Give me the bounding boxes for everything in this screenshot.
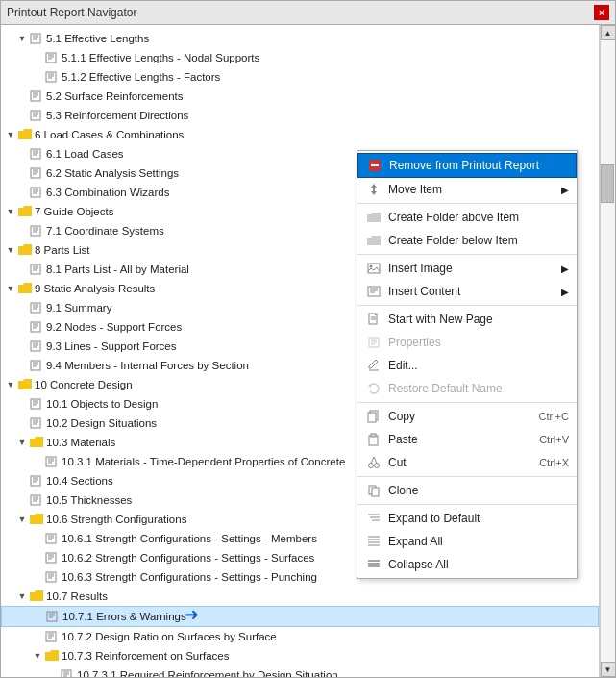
tree-item-label: 10.7.3 Reinforcement on Surfaces	[62, 647, 230, 665]
main-window: Printout Report Navigator × ▼ 5.1 Effect…	[0, 0, 616, 678]
tree-item[interactable]: 10.7.3.1 Required Reinforcement by Desig…	[1, 665, 599, 677]
tree-item-label: 9.4 Members - Internal Forces by Section	[46, 357, 249, 374]
submenu-arrow: ▶	[561, 264, 569, 274]
folder-icon	[18, 379, 32, 390]
tree-item-label: 10.6.3 Strength Configurations - Setting…	[62, 568, 317, 586]
spacer-icon	[16, 187, 28, 198]
selected-tree-item[interactable]: 10.7.1 Errors & Warnings ➜	[1, 606, 599, 627]
doc-icon	[30, 264, 43, 275]
ctx-clone-label: Clone	[388, 484, 418, 497]
spacer-icon	[16, 475, 28, 487]
ctx-new-page-label: Start with New Page	[388, 313, 493, 326]
spacer-icon	[32, 571, 43, 583]
tree-item[interactable]: 5.1.1 Effective Lengths - Nodal Supports	[1, 48, 599, 67]
spacer-icon	[32, 552, 43, 564]
spacer-icon	[32, 631, 43, 642]
tree-item-label: 10 Concrete Design	[35, 376, 133, 393]
svg-point-142	[369, 464, 374, 468]
spacer-icon	[16, 264, 28, 275]
spacer-icon	[47, 669, 59, 677]
spacer-icon	[16, 398, 28, 410]
ctx-folder-below-item[interactable]: Create Folder below Item	[357, 229, 577, 252]
ctx-expand-default-item[interactable]: Expand to Default	[357, 507, 577, 530]
expand-all-icon	[365, 534, 382, 549]
folder-icon	[30, 437, 43, 448]
tree-item[interactable]: ▼ 6 Load Cases & Combinations	[1, 125, 599, 144]
scrollbar[interactable]: ▲ ▼	[600, 25, 615, 677]
ctx-cut-item[interactable]: Cut Ctrl+X	[357, 451, 577, 474]
svg-rect-82	[30, 516, 43, 524]
svg-rect-69	[30, 439, 43, 447]
ctx-folder-above-item[interactable]: Create Folder above Item	[357, 206, 577, 229]
ctx-paste-item[interactable]: Paste Ctrl+V	[357, 428, 577, 451]
ctx-separator	[357, 504, 577, 505]
ctx-collapse-all-item[interactable]: Collapse All	[357, 553, 577, 576]
scroll-thumb[interactable]	[601, 164, 614, 203]
title-bar: Printout Report Navigator ×	[1, 1, 615, 25]
ctx-copy-item[interactable]: Copy Ctrl+C	[357, 405, 577, 428]
scroll-up-button[interactable]: ▲	[601, 25, 616, 40]
doc-icon	[45, 631, 59, 642]
ctx-properties-item[interactable]: Properties	[357, 331, 577, 354]
folder-below-icon	[365, 233, 382, 248]
tree-item-label: 7 Guide Objects	[35, 203, 113, 220]
scroll-down-button[interactable]: ▼	[601, 662, 616, 677]
tree-item[interactable]: 5.3 Reinforcement Directions	[1, 106, 599, 125]
tree-item[interactable]: 5.1.2 Effective Lengths - Factors	[1, 67, 599, 87]
ctx-expand-all-label: Expand All	[388, 535, 443, 548]
expand-default-icon	[365, 511, 382, 526]
folder-icon	[18, 206, 32, 217]
ctx-separator	[357, 402, 577, 403]
tree-item-label: 9 Static Analysis Results	[35, 280, 155, 297]
folder-icon	[18, 129, 32, 140]
ctx-cut-label: Cut	[388, 456, 407, 469]
svg-rect-60	[18, 382, 32, 389]
ctx-paste-label: Paste	[388, 433, 418, 446]
close-button[interactable]: ×	[594, 5, 609, 20]
ctx-collapse-all-label: Collapse All	[388, 558, 449, 571]
doc-icon	[30, 167, 43, 179]
ctx-insert-content-item[interactable]: Insert Content ▶	[357, 280, 577, 303]
expand-icon: ▼	[5, 129, 16, 140]
doc-icon	[30, 321, 43, 333]
spacer-icon	[16, 340, 28, 352]
doc-icon	[30, 360, 43, 371]
doc-icon	[45, 52, 59, 63]
tree-item[interactable]: 10.7.2 Design Ratio on Surfaces by Surfa…	[1, 627, 599, 646]
properties-icon	[365, 335, 382, 350]
ctx-insert-image-item[interactable]: Insert Image ▶	[357, 257, 577, 280]
copy-icon	[365, 409, 382, 424]
expand-icon: ▼	[16, 514, 28, 525]
spacer-icon	[32, 533, 43, 544]
ctx-clone-item[interactable]: Clone	[357, 479, 577, 502]
ctx-expand-all-item[interactable]: Expand All	[357, 530, 577, 553]
collapse-all-icon	[365, 557, 382, 572]
tree-item[interactable]: ▼ 10.7 Results	[1, 587, 599, 606]
ctx-restore-item[interactable]: Restore Default Name	[357, 377, 577, 400]
tree-item[interactable]: ▼ 5.1 Effective Lengths	[1, 29, 599, 48]
ctx-edit-item[interactable]: Edit...	[357, 354, 577, 377]
doc-icon	[45, 552, 59, 564]
ctx-properties-label: Properties	[388, 336, 441, 349]
tree-item-label: 8 Parts List	[35, 241, 90, 259]
tree-item-label: 10.6.1 Strength Configurations - Setting…	[62, 530, 317, 547]
content-icon	[365, 284, 382, 299]
tree-item[interactable]: ▼ 10.7.3 Reinforcement on Surfaces	[1, 646, 599, 665]
ctx-new-page-item[interactable]: Start with New Page	[357, 308, 577, 331]
tree-item[interactable]: 5.2 Surface Reinforcements	[1, 87, 599, 106]
ctx-move-item[interactable]: Move Item ▶	[357, 178, 577, 201]
scroll-track[interactable]	[601, 40, 616, 662]
clone-icon	[365, 483, 382, 498]
tree-item-label: 10.7.2 Design Ratio on Surfaces by Surfa…	[62, 628, 277, 645]
paste-shortcut: Ctrl+V	[520, 434, 569, 445]
tree-item-label: 6.1 Load Cases	[46, 145, 124, 163]
context-menu: Remove from Printout Report Move Item ▶ …	[357, 150, 578, 579]
doc-icon	[30, 494, 43, 506]
ctx-remove-item[interactable]: Remove from Printout Report	[357, 153, 577, 178]
tree-item-label: 10.6.2 Strength Configurations - Setting…	[62, 549, 314, 566]
ctx-insert-content-label: Insert Content	[388, 285, 460, 298]
svg-rect-141	[371, 434, 376, 437]
image-icon	[365, 261, 382, 276]
submenu-arrow: ▶	[561, 185, 569, 195]
svg-rect-104	[45, 653, 59, 661]
